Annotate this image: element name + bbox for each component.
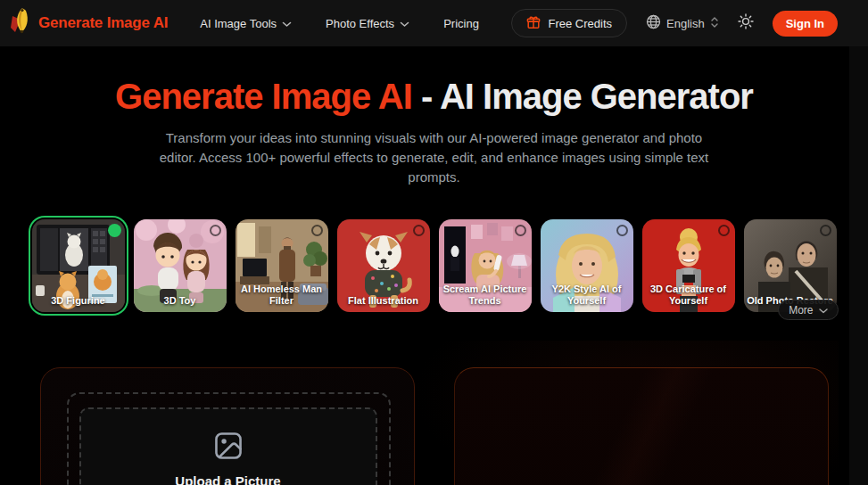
nav-item-photo-effects[interactable]: Photo Effects	[326, 17, 409, 30]
effect-card-ai-homeless-man-filter[interactable]: AI Homeless Man Filter	[236, 219, 328, 312]
hero-section: Generate Image AI - AI Image Generator T…	[0, 76, 868, 187]
brand-name: Generate Image AI	[38, 14, 168, 32]
select-ring	[210, 225, 221, 236]
result-preview-panel	[454, 367, 829, 485]
nav-links: AI Image Tools Photo Effects Pricing	[200, 17, 479, 30]
chevron-down-icon	[819, 304, 828, 316]
card-label: Flat Illustration	[340, 295, 427, 307]
card-label: 3D Figurine	[35, 295, 122, 307]
effect-card-3d-toy[interactable]: 3D Toy	[134, 219, 227, 312]
language-label: English	[666, 17, 705, 30]
card-label: Scream AI Picture Trends	[442, 284, 529, 307]
hero-subtitle: Transform your ideas into stunning visua…	[158, 128, 711, 187]
card-label: 3D Toy	[136, 295, 224, 307]
sign-in-button[interactable]: Sign In	[773, 11, 838, 37]
chevron-down-icon	[282, 17, 292, 30]
more-button-label: More	[789, 304, 813, 316]
effect-card-scream-ai-picture-trends[interactable]: Scream AI Picture Trends	[439, 219, 532, 312]
theme-toggle-button[interactable]	[738, 13, 754, 33]
select-ring	[413, 225, 425, 236]
card-label: Y2K Style AI of Yourself	[543, 284, 631, 307]
effect-card-y2k-style-ai-of-yourself[interactable]: Y2K Style AI of Yourself	[541, 219, 633, 312]
free-credits-label: Free Credits	[548, 17, 612, 30]
select-ring	[616, 225, 628, 236]
language-select[interactable]: English	[646, 14, 719, 32]
select-ring	[311, 225, 323, 236]
navbar-right: Free Credits English	[511, 9, 838, 37]
select-ring	[515, 225, 526, 236]
select-ring	[820, 225, 831, 236]
nav-item-label: AI Image Tools	[200, 17, 277, 30]
nav-item-label: Photo Effects	[326, 17, 394, 30]
brand-logo[interactable]: Generate Image AI	[9, 8, 168, 38]
page-title-highlight: Generate Image AI	[115, 77, 412, 116]
more-button[interactable]: More	[778, 300, 838, 320]
sun-icon	[738, 13, 754, 33]
upload-dropzone-outer: Upload a Picture	[67, 392, 391, 485]
image-placeholder-icon	[214, 432, 243, 464]
effects-carousel: 3D Figurine 3D Toy	[32, 219, 837, 312]
globe-icon	[646, 14, 661, 32]
nav-item-pricing[interactable]: Pricing	[443, 17, 479, 30]
nav-item-label: Pricing	[443, 17, 479, 30]
effect-card-old-photo-restore[interactable]: Old Photo Restore	[744, 219, 837, 312]
chevron-down-icon	[400, 17, 409, 30]
upload-panel[interactable]: Upload a Picture	[40, 367, 415, 485]
generator-section: Upload a Picture	[0, 367, 868, 485]
card-label: 3D Caricature of Yourself	[645, 284, 732, 307]
effect-card-flat-illustration[interactable]: Flat Illustration	[337, 219, 430, 312]
free-credits-button[interactable]: Free Credits	[511, 9, 627, 37]
selected-dot	[108, 224, 121, 237]
card-label: AI Homeless Man Filter	[238, 284, 326, 307]
effect-card-3d-caricature-of-yourself[interactable]: 3D Caricature of Yourself	[642, 219, 735, 312]
upload-dropzone[interactable]: Upload a Picture	[79, 407, 377, 485]
navbar: Generate Image AI AI Image Tools Photo E…	[0, 0, 868, 46]
page-title-rest: - AI Image Generator	[412, 77, 753, 116]
select-ring	[718, 225, 730, 236]
select-arrows-icon	[710, 16, 719, 31]
page-title: Generate Image AI - AI Image Generator	[0, 76, 868, 117]
banana-hero-logo-icon	[9, 8, 32, 38]
effect-card-3d-figurine[interactable]: 3D Figurine	[32, 219, 125, 312]
upload-label: Upload a Picture	[175, 473, 280, 485]
nav-item-ai-image-tools[interactable]: AI Image Tools	[200, 17, 292, 30]
gift-icon	[526, 15, 541, 32]
